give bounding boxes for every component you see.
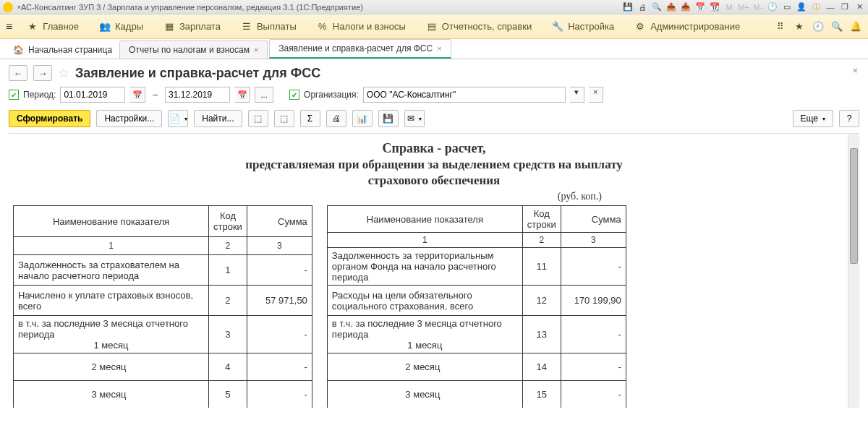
settings-button[interactable]: Настройки... — [96, 110, 162, 127]
print-button[interactable]: 🖨 — [326, 110, 346, 127]
menu-reports[interactable]: ▤Отчетность, справки — [416, 14, 542, 38]
table-row: Расходы на цели обязательного социальног… — [327, 286, 626, 316]
variants-button[interactable]: 📄▾ — [168, 110, 188, 127]
preview-icon[interactable]: 🔍 — [651, 1, 663, 13]
report-subtitle-1: представляемая при обращении за выделени… — [13, 158, 855, 172]
menu-staff[interactable]: 👥Кадры — [89, 14, 153, 38]
report-subtitle-2: страхового обеспечения — [13, 173, 855, 188]
tab-reports[interactable]: Отчеты по налогам и взносам × — [119, 40, 268, 59]
th-code: Код строки — [209, 206, 247, 237]
tab-fss-label: Заявление и справка-расчет для ФСС — [278, 43, 433, 53]
search-icon[interactable]: 🔍 — [830, 20, 843, 33]
table-row: 3 месяц5- — [14, 381, 312, 408]
menu-staff-label: Кадры — [115, 21, 143, 32]
report-unit: (руб. коп.) — [13, 191, 602, 202]
close-icon[interactable]: × — [254, 46, 258, 54]
favorites-icon[interactable]: ★ — [793, 20, 806, 33]
save-report-button[interactable]: 💾 — [378, 110, 399, 127]
email-button[interactable]: ✉▾ — [404, 110, 425, 127]
vertical-scrollbar[interactable] — [848, 134, 859, 408]
close-icon[interactable]: × — [437, 44, 441, 53]
bell-icon[interactable]: 🔔 — [849, 20, 862, 33]
table-icon: ▦ — [163, 21, 175, 33]
org-input[interactable] — [363, 87, 566, 103]
org-checkbox[interactable]: ✔ — [289, 90, 299, 100]
menu-reports-label: Отчетность, справки — [442, 21, 532, 32]
send-icon[interactable]: 📤 — [665, 1, 677, 13]
date-from-calendar-button[interactable]: 📅 — [129, 87, 145, 103]
chart-button[interactable]: 📊 — [352, 110, 373, 127]
wrench-icon: 🔧 — [552, 21, 563, 33]
doc-icon: ▤ — [426, 21, 438, 33]
m-plus-icon[interactable]: M+ — [738, 1, 749, 13]
date-icon[interactable]: 📆 — [709, 1, 720, 13]
help-button[interactable]: ? — [839, 110, 859, 127]
menu-toggle-icon[interactable]: ≡ — [6, 20, 12, 33]
print-icon[interactable]: 🖨 — [637, 1, 648, 13]
apps-icon[interactable]: ⠿ — [774, 20, 787, 33]
history-icon[interactable]: 🕘 — [812, 20, 825, 33]
menu-main[interactable]: ★Главное — [17, 14, 89, 38]
nav-back-button[interactable]: ← — [9, 65, 27, 81]
menu-main-label: Главное — [43, 21, 79, 32]
table-row: Задолженность за территориальным органом… — [327, 248, 626, 286]
org-clear-button[interactable]: × — [589, 87, 603, 103]
star-icon: ★ — [27, 21, 38, 33]
menu-settings[interactable]: 🔧Настройка — [542, 14, 624, 38]
info-icon[interactable]: ⓘ — [810, 1, 822, 13]
nav-forward-button[interactable]: → — [33, 65, 52, 81]
calendar-icon[interactable]: 📅 — [694, 1, 706, 13]
calc-icon[interactable]: ▭ — [781, 1, 793, 13]
date-to-input[interactable] — [165, 87, 230, 103]
report-tables: Наименование показателя Код строки Сумма… — [13, 205, 855, 408]
table-row: Задолженность за страхователем на начало… — [14, 255, 312, 286]
save-icon[interactable]: 💾 — [622, 1, 634, 13]
menu-admin[interactable]: ⚙Администрирование — [624, 14, 750, 38]
expand-button[interactable]: ⬚ — [248, 110, 268, 127]
m-icon[interactable]: M — [723, 1, 735, 13]
table-row: в т.ч. за последние 3 месяца отчетного п… — [327, 316, 626, 353]
date-to-calendar-button[interactable]: 📅 — [234, 87, 250, 103]
home-icon: 🏠 — [13, 45, 24, 55]
period-picker-button[interactable]: ... — [255, 87, 273, 103]
org-dropdown-button[interactable]: ▾ — [570, 87, 584, 103]
period-checkbox[interactable]: ✔ — [9, 90, 19, 100]
filter-bar: ✔ Период: 📅 – 📅 ... ✔ Организация: ▾ × — [9, 87, 859, 103]
menu-admin-label: Администрирование — [650, 21, 740, 32]
period-label: Период: — [23, 90, 56, 100]
list-icon: ☰ — [241, 21, 252, 33]
maximize-icon[interactable]: ❐ — [839, 1, 851, 13]
user-icon[interactable]: 👤 — [796, 1, 807, 13]
find-label: Найти... — [202, 113, 234, 124]
upload-icon[interactable]: 📥 — [680, 1, 692, 13]
close-page-icon[interactable]: × — [852, 65, 858, 76]
generate-button[interactable]: Сформировать — [9, 110, 90, 127]
table-left: Наименование показателя Код строки Сумма… — [13, 205, 312, 408]
menu-salary-label: Зарплата — [179, 21, 221, 32]
th-sum: Сумма — [247, 206, 312, 237]
colnum-3: 3 — [561, 233, 626, 248]
colnum-1: 1 — [327, 233, 522, 248]
report-title: Справка - расчет, — [13, 141, 855, 156]
sum-button[interactable]: Σ — [300, 110, 320, 127]
favorite-toggle[interactable]: ☆ — [58, 65, 69, 81]
find-button[interactable]: Найти... — [194, 110, 242, 127]
menu-taxes[interactable]: %Налоги и взносы — [307, 14, 416, 38]
tab-fss[interactable]: Заявление и справка-расчет для ФСС × — [269, 39, 451, 59]
clock-icon[interactable]: 🕐 — [767, 1, 778, 13]
tab-home[interactable]: 🏠 Начальная страница — [6, 41, 119, 59]
minimize-icon[interactable]: — — [825, 1, 836, 13]
menu-payments[interactable]: ☰Выплаты — [231, 14, 307, 38]
menu-taxes-label: Налоги и взносы — [333, 21, 406, 32]
close-window-icon[interactable]: ✕ — [854, 1, 865, 13]
m-minus-icon[interactable]: M- — [752, 1, 764, 13]
percent-icon: % — [317, 21, 328, 33]
table-row: в т.ч. за последние 3 месяца отчетного п… — [14, 316, 312, 353]
collapse-button[interactable]: ⬚ — [274, 110, 294, 127]
date-from-input[interactable] — [60, 87, 125, 103]
more-button[interactable]: Еще▾ — [793, 110, 833, 127]
menu-salary[interactable]: ▦Зарплата — [153, 14, 231, 38]
people-icon: 👥 — [99, 21, 111, 33]
table-row: Начислено к уплате страховых взносов, вс… — [14, 286, 312, 316]
scroll-thumb[interactable] — [850, 148, 858, 264]
